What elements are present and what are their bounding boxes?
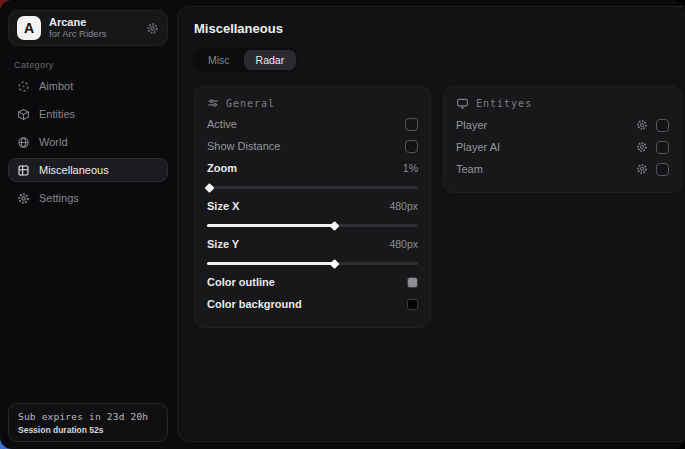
active-checkbox[interactable] — [405, 118, 418, 131]
color-background-swatch[interactable] — [407, 299, 418, 310]
size-y-label: Size Y — [207, 238, 239, 250]
app-subtitle: for Arc Riders — [49, 29, 138, 40]
brand-card: A Arcane for Arc Riders — [8, 10, 168, 46]
player-ai-gear-icon[interactable] — [636, 141, 648, 153]
player-controls — [636, 119, 669, 132]
brand-text: Arcane for Arc Riders — [49, 16, 138, 40]
zoom-slider[interactable] — [207, 186, 418, 189]
row-show-distance: Show Distance — [207, 135, 418, 157]
sidebar-item-settings[interactable]: Settings — [8, 186, 168, 210]
player-ai-checkbox[interactable] — [656, 141, 669, 154]
sidebar-item-label: Entities — [39, 108, 75, 120]
row-team: Team — [456, 158, 669, 180]
page-title: Miscellaneous — [194, 21, 682, 36]
size-y-value: 480px — [389, 238, 418, 250]
row-color-outline: Color outline — [207, 271, 418, 293]
sidebar-item-label: Settings — [39, 192, 79, 204]
size-x-slider-thumb[interactable] — [329, 221, 339, 231]
monitor-icon — [456, 97, 469, 110]
globe-icon — [17, 136, 30, 149]
zoom-label: Zoom — [207, 162, 237, 174]
sidebar-item-world[interactable]: World — [8, 130, 168, 154]
color-outline-label: Color outline — [207, 276, 275, 288]
size-y-slider-fill — [207, 262, 334, 265]
sidebar-item-label: Aimbot — [39, 80, 73, 92]
sidebar: A Arcane for Arc Riders Category — [0, 0, 176, 449]
tab-bar: Misc Radar — [194, 48, 298, 72]
panels-row: General Active Show Distance Zoom 1% — [194, 86, 682, 328]
size-x-value: 480px — [389, 200, 418, 212]
row-player-ai: Player AI — [456, 136, 669, 158]
player-checkbox[interactable] — [656, 119, 669, 132]
show-distance-label: Show Distance — [207, 140, 280, 152]
active-label: Active — [207, 118, 237, 130]
category-label: Category — [14, 60, 176, 70]
sidebar-nav: Aimbot Entities World — [0, 74, 176, 210]
subscription-info-card: Sub expires in 23d 20h Session duration … — [8, 403, 168, 442]
player-label: Player — [456, 119, 487, 131]
row-color-background: Color background — [207, 293, 418, 315]
row-active: Active — [207, 113, 418, 135]
crosshair-icon — [17, 80, 30, 93]
team-gear-icon[interactable] — [636, 163, 648, 175]
team-controls — [636, 163, 669, 176]
tab-misc[interactable]: Misc — [196, 50, 242, 70]
main-content: Miscellaneous Misc Radar General Active — [177, 6, 685, 442]
session-duration-text: Session duration 52s — [18, 425, 158, 435]
grid-icon — [17, 164, 30, 177]
sidebar-item-aimbot[interactable]: Aimbot — [8, 74, 168, 98]
row-player: Player — [456, 114, 669, 136]
row-zoom: Zoom 1% — [207, 157, 418, 179]
tab-radar[interactable]: Radar — [244, 50, 297, 70]
zoom-slider-thumb[interactable] — [205, 183, 215, 193]
player-ai-label: Player AI — [456, 141, 500, 153]
team-label: Team — [456, 163, 483, 175]
sliders-icon — [207, 97, 219, 109]
zoom-slider-fill — [207, 186, 209, 189]
player-gear-icon[interactable] — [636, 119, 648, 131]
size-x-slider-fill — [207, 224, 334, 227]
panel-general-header: General — [207, 97, 418, 109]
entities-icon — [17, 108, 30, 121]
panel-entities: Entityes Player Player AI — [443, 86, 682, 193]
size-x-slider[interactable] — [207, 224, 418, 227]
gear-icon — [17, 192, 30, 205]
show-distance-checkbox[interactable] — [405, 140, 418, 153]
app-window: A Arcane for Arc Riders Category — [0, 0, 685, 449]
zoom-value: 1% — [403, 162, 418, 174]
size-y-slider-thumb[interactable] — [329, 259, 339, 269]
panel-general-title: General — [226, 98, 275, 109]
sidebar-item-entities[interactable]: Entities — [8, 102, 168, 126]
brand-gear-icon[interactable] — [146, 22, 159, 35]
player-ai-controls — [636, 141, 669, 154]
row-size-x: Size X 480px — [207, 195, 418, 217]
panel-entities-header: Entityes — [456, 97, 669, 110]
app-name: Arcane — [49, 16, 138, 29]
color-outline-swatch[interactable] — [407, 277, 418, 288]
size-x-label: Size X — [207, 200, 239, 212]
sidebar-item-label: Miscellaneous — [39, 164, 109, 176]
sub-expires-text: Sub expires in 23d 20h — [18, 411, 158, 422]
color-background-label: Color background — [207, 298, 302, 310]
size-y-slider[interactable] — [207, 262, 418, 265]
sidebar-item-miscellaneous[interactable]: Miscellaneous — [8, 158, 168, 182]
panel-general: General Active Show Distance Zoom 1% — [194, 86, 431, 328]
app-logo: A — [17, 16, 41, 40]
team-checkbox[interactable] — [656, 163, 669, 176]
sidebar-item-label: World — [39, 136, 68, 148]
panel-entities-title: Entityes — [476, 98, 532, 109]
row-size-y: Size Y 480px — [207, 233, 418, 255]
